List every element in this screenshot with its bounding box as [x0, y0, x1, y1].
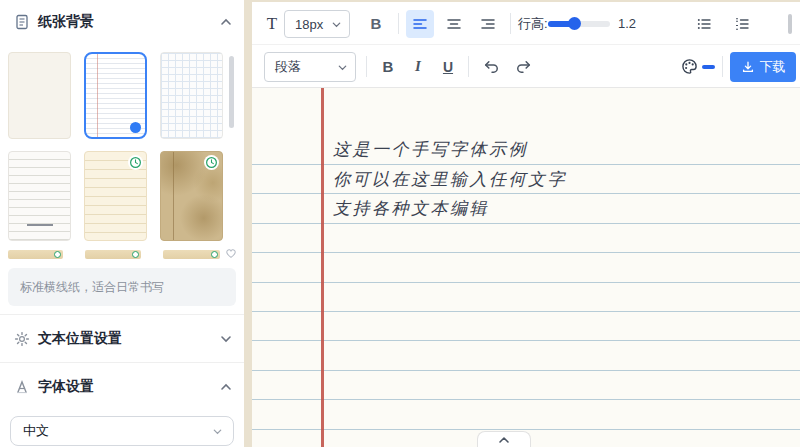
align-left-icon — [412, 16, 428, 32]
document-icon — [14, 14, 30, 30]
divider — [722, 56, 723, 77]
expand-panel-button[interactable] — [477, 431, 531, 447]
numbered-list-icon — [734, 16, 750, 32]
handwritten-text-line[interactable]: 这是一个手写字体示例 — [333, 135, 528, 164]
paragraph-style-select[interactable]: 段落 — [264, 52, 356, 82]
paper-thumbnail-ruled-white[interactable] — [8, 151, 71, 241]
paper-thumbnail-partial[interactable] — [8, 250, 63, 259]
clock-badge-icon — [54, 251, 61, 258]
divider — [366, 56, 367, 77]
slider-thumb[interactable] — [568, 17, 581, 30]
bullet-list-button[interactable] — [692, 2, 716, 45]
bold-button[interactable]: B — [374, 45, 402, 88]
align-right-button[interactable] — [474, 10, 502, 38]
paper-background-title: 纸张背景 — [38, 13, 94, 31]
redo-icon — [515, 58, 532, 75]
divider — [468, 56, 469, 77]
paper-thumbnail-ruled-selected[interactable] — [84, 52, 147, 139]
handwritten-text-line[interactable]: 你可以在这里输入任何文字 — [333, 164, 567, 193]
line-height-slider[interactable] — [548, 2, 610, 45]
italic-button[interactable]: I — [404, 45, 432, 88]
font-size-select[interactable]: 18px — [284, 10, 350, 38]
line-height-label: 行高: — [518, 2, 548, 45]
palette-icon — [681, 58, 698, 75]
chevron-up-icon — [220, 16, 232, 28]
selected-indicator-dot — [130, 122, 141, 133]
undo-icon — [483, 58, 500, 75]
paper-thumbnail-partial[interactable] — [163, 250, 220, 259]
text-position-section-header[interactable]: 文本位置设置 — [0, 327, 244, 351]
divider — [0, 362, 244, 363]
current-color-indicator[interactable] — [702, 65, 715, 69]
line-height-value: 1.2 — [618, 2, 636, 45]
toolbar-row-1: T 18px B — [252, 2, 800, 45]
sidebar: 纸张背景 — [0, 0, 244, 447]
toolbar-row-2: 段落 B I U — [252, 45, 800, 88]
chevron-down-icon — [212, 426, 223, 437]
divider — [0, 314, 244, 315]
paper-thumbnail-grid[interactable] — [160, 52, 223, 139]
heart-icon — [224, 246, 238, 260]
font-settings-title: 字体设置 — [38, 378, 94, 396]
thumbnail-footer-mark — [27, 224, 53, 226]
paper-description: 标准横线纸，适合日常书写 — [20, 279, 164, 296]
bullet-list-icon — [696, 16, 712, 32]
paragraph-style-value: 段落 — [275, 58, 301, 76]
paper-background-section-header[interactable]: 纸张背景 — [0, 10, 244, 34]
paper-thumbnail-partial[interactable] — [85, 250, 141, 259]
editor-panel: T 18px B — [252, 2, 800, 447]
align-center-icon — [446, 16, 462, 32]
download-icon — [741, 60, 755, 74]
align-right-icon — [480, 16, 496, 32]
thumbnails-scrollbar[interactable] — [229, 56, 234, 128]
redo-button[interactable] — [510, 45, 536, 88]
gear-icon — [14, 331, 30, 347]
paper-canvas[interactable]: 这是一个手写字体示例 你可以在这里输入任何文字 支持各种文本编辑 — [252, 88, 800, 447]
red-margin-line — [321, 88, 324, 447]
font-settings-section-header[interactable]: 字体设置 — [0, 375, 244, 399]
chevron-down-icon — [331, 19, 342, 30]
bold-button[interactable]: B — [362, 2, 390, 45]
clock-badge-icon — [132, 251, 139, 258]
language-select[interactable]: 中文 — [10, 416, 234, 446]
download-button[interactable]: 下载 — [730, 52, 796, 82]
clock-badge-icon — [211, 251, 218, 258]
text-style-icon[interactable]: T — [262, 2, 282, 45]
language-value: 中文 — [23, 422, 49, 440]
underline-button[interactable]: U — [434, 45, 462, 88]
chevron-up-icon — [220, 381, 232, 393]
paper-thumbnail-cream-ruled[interactable] — [84, 151, 147, 241]
download-label: 下载 — [760, 58, 786, 76]
divider — [510, 13, 511, 34]
paper-thumbnail-blank[interactable] — [8, 52, 71, 139]
divider — [398, 13, 399, 34]
paper-description-box: 标准横线纸，适合日常书写 — [8, 268, 236, 306]
chevron-down-icon — [337, 62, 348, 73]
text-position-title: 文本位置设置 — [38, 330, 122, 348]
font-size-value: 18px — [295, 17, 323, 32]
align-center-button[interactable] — [440, 10, 468, 38]
clock-badge-icon — [204, 155, 219, 170]
handwritten-text-line[interactable]: 支持各种文本编辑 — [333, 194, 489, 223]
align-left-button[interactable] — [406, 10, 434, 38]
numbered-list-button[interactable] — [730, 2, 754, 45]
chevron-up-icon — [497, 435, 511, 445]
editor-toolbar: T 18px B — [252, 2, 800, 88]
toolbar-scrollbar[interactable] — [788, 14, 792, 34]
color-palette-button[interactable] — [678, 45, 700, 88]
clock-badge-icon — [128, 155, 143, 170]
font-icon — [14, 379, 30, 395]
undo-button[interactable] — [478, 45, 504, 88]
chevron-down-icon — [220, 333, 232, 345]
paper-thumbnail-vintage[interactable] — [160, 151, 223, 241]
